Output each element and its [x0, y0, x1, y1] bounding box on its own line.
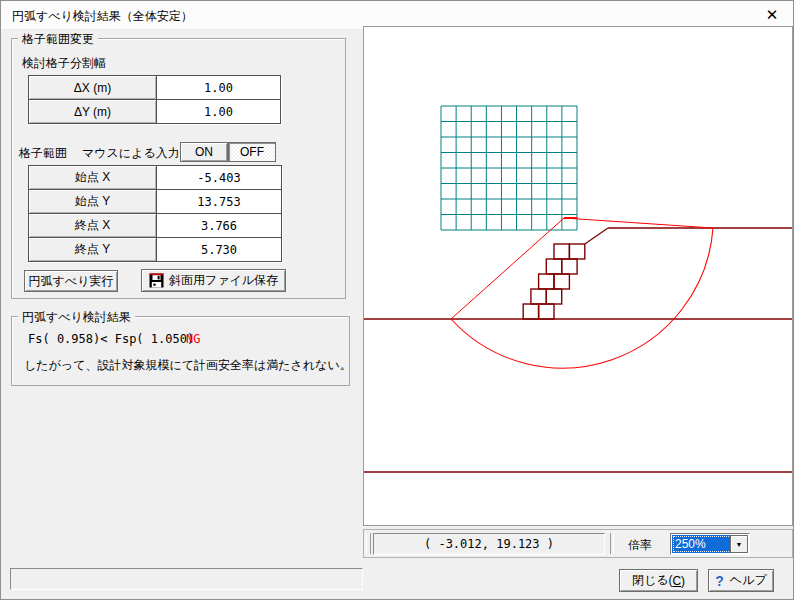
close-button-label-suffix: ): [681, 574, 685, 588]
table-row: 始点 Y 13.753: [29, 189, 281, 213]
toolbar-grip: [366, 533, 371, 554]
help-question-icon: ?: [715, 573, 724, 589]
mouse-input-on-button[interactable]: ON: [180, 142, 228, 162]
start-x-value-cell[interactable]: -5.403: [157, 166, 281, 189]
ng-badge: NG: [186, 332, 200, 346]
division-width-label: 検討格子分割幅: [22, 55, 106, 72]
table-row: ΔX (m) 1.00: [29, 76, 280, 99]
result-message: したがって、設計対象規模にて計画安全率は満たされない。: [24, 357, 352, 374]
save-slope-file-label: 斜面用ファイル保存: [169, 272, 278, 289]
dy-header-cell: ΔY (m): [29, 100, 157, 123]
end-y-value-cell[interactable]: 5.730: [157, 238, 281, 261]
grid-range-label: 格子範囲: [19, 145, 67, 162]
table-row: 終点 X 3.766: [29, 213, 281, 237]
zoom-combo-value: 250%: [672, 535, 732, 553]
table-row: ΔY (m) 1.00: [29, 99, 280, 123]
table-row: 終点 Y 5.730: [29, 237, 281, 261]
close-button-label: 閉じる(: [632, 572, 673, 589]
slip-result-group: 円弧すべり検討結果 Fs( 0.958)< Fsp( 1.050) NG したが…: [11, 316, 350, 386]
zoom-ratio-label: 倍率: [628, 537, 652, 554]
chevron-down-icon: ▼: [736, 541, 743, 548]
drawing-canvas[interactable]: [363, 26, 793, 526]
mouse-input-off-button[interactable]: OFF: [228, 142, 276, 162]
safety-factor-formula: Fs( 0.958)< Fsp( 1.050): [28, 332, 194, 346]
cursor-coordinates: ( -3.012, 19.123 ): [373, 533, 605, 555]
dy-value-cell[interactable]: 1.00: [157, 100, 280, 123]
close-button-mnemonic: C: [672, 574, 681, 588]
close-icon: ✕: [766, 6, 779, 24]
help-button[interactable]: ? ヘルプ: [708, 569, 774, 592]
table-row: 始点 X -5.403: [29, 166, 281, 189]
slip-result-group-title: 円弧すべり検討結果: [18, 309, 135, 326]
dialog-title: 円弧すべり検討結果（全体安定）: [12, 8, 193, 25]
close-window-button[interactable]: ✕: [755, 3, 789, 27]
status-message-box: [10, 568, 363, 590]
dx-header-cell: ΔX (m): [29, 76, 157, 99]
division-width-table: ΔX (m) 1.00 ΔY (m) 1.00: [28, 75, 281, 124]
close-dialog-button[interactable]: 閉じる(C): [619, 569, 698, 592]
start-x-header-cell: 始点 X: [29, 166, 157, 189]
separator: [610, 533, 614, 554]
run-slip-analysis-button[interactable]: 円弧すべり実行: [24, 270, 118, 292]
save-slope-file-button[interactable]: 斜面用ファイル保存: [141, 269, 286, 292]
help-button-label: ヘルプ: [730, 572, 767, 589]
floppy-disk-icon: [149, 273, 164, 288]
grid-range-group-title: 格子範囲変更: [18, 31, 98, 48]
end-x-header-cell: 終点 X: [29, 214, 157, 237]
grid-range-group: 格子範囲変更 検討格子分割幅 ΔX (m) 1.00 ΔY (m) 1.00 格…: [11, 38, 346, 299]
dx-value-cell[interactable]: 1.00: [157, 76, 280, 99]
start-y-value-cell[interactable]: 13.753: [157, 190, 281, 213]
start-y-header-cell: 始点 Y: [29, 190, 157, 213]
viewer-status-bar: ( -3.012, 19.123 ) 倍率 250% ▼: [363, 529, 793, 558]
slope-model-drawing: [364, 27, 792, 525]
mouse-input-label: マウスによる入力: [82, 145, 180, 162]
dialog-window: 円弧すべり検討結果（全体安定） ✕ 格子範囲変更 検討格子分割幅 ΔX (m) …: [0, 0, 794, 600]
dropdown-arrow-button[interactable]: ▼: [730, 535, 748, 553]
end-y-header-cell: 終点 Y: [29, 238, 157, 261]
grid-range-table: 始点 X -5.403 始点 Y 13.753 終点 X 3.766 終点 Y …: [28, 165, 282, 262]
end-x-value-cell[interactable]: 3.766: [157, 214, 281, 237]
zoom-ratio-combobox[interactable]: 250% ▼: [670, 533, 750, 555]
